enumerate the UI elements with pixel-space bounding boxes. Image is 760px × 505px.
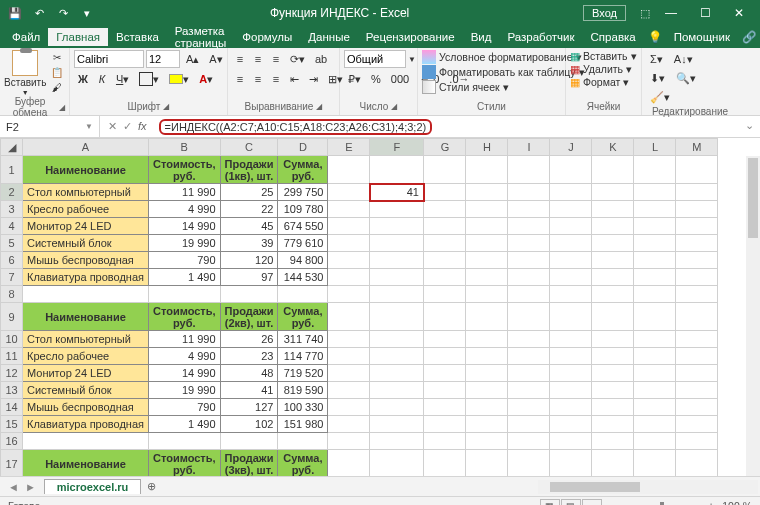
row-header[interactable]: 15 (1, 416, 23, 433)
cell[interactable]: Сумма, руб. (278, 303, 328, 331)
fill-color-button[interactable]: ▾ (165, 70, 193, 88)
cell[interactable] (508, 433, 550, 450)
col-header-I[interactable]: I (508, 139, 550, 156)
cell-styles-button[interactable]: Стили ячеек▾ (422, 80, 509, 94)
cell[interactable] (370, 252, 424, 269)
cell[interactable] (592, 184, 634, 201)
cell[interactable] (592, 433, 634, 450)
cell[interactable] (676, 269, 718, 286)
row-header[interactable]: 16 (1, 433, 23, 450)
cell[interactable] (550, 184, 592, 201)
cell[interactable] (328, 235, 370, 252)
cell[interactable] (466, 365, 508, 382)
cell[interactable] (424, 269, 466, 286)
cell[interactable]: 14 990 (149, 218, 221, 235)
cell[interactable] (466, 382, 508, 399)
cell[interactable]: 790 (149, 252, 221, 269)
bold-button[interactable]: Ж (74, 70, 92, 88)
cell[interactable] (550, 252, 592, 269)
cell[interactable]: 819 590 (278, 382, 328, 399)
cell[interactable] (424, 450, 466, 477)
cell[interactable] (676, 235, 718, 252)
cell[interactable] (370, 365, 424, 382)
cell[interactable] (508, 348, 550, 365)
col-header-J[interactable]: J (550, 139, 592, 156)
cell[interactable] (328, 450, 370, 477)
cell[interactable] (676, 184, 718, 201)
cell[interactable] (508, 286, 550, 303)
cell[interactable]: 127 (220, 399, 278, 416)
cell[interactable] (424, 365, 466, 382)
cell[interactable] (370, 416, 424, 433)
cell[interactable] (370, 156, 424, 184)
cell[interactable]: 719 520 (278, 365, 328, 382)
tell-me-icon[interactable]: 💡 (644, 30, 666, 44)
redo-icon[interactable]: ↷ (54, 4, 72, 22)
tab-insert[interactable]: Вставка (108, 28, 167, 46)
cell[interactable] (634, 235, 676, 252)
cell[interactable] (634, 303, 676, 331)
cell[interactable] (370, 218, 424, 235)
cell[interactable]: 26 (220, 331, 278, 348)
cell[interactable] (508, 201, 550, 218)
tab-view[interactable]: Вид (463, 28, 500, 46)
autosum-icon[interactable]: Σ▾ (646, 50, 667, 68)
cell[interactable] (466, 184, 508, 201)
cell[interactable] (676, 218, 718, 235)
cell[interactable]: Системный блок (23, 382, 149, 399)
cell[interactable] (328, 269, 370, 286)
cell[interactable] (424, 235, 466, 252)
align-launcher-icon[interactable]: ◢ (316, 102, 322, 111)
cell[interactable] (370, 433, 424, 450)
tab-help[interactable]: Справка (583, 28, 644, 46)
cell[interactable] (550, 235, 592, 252)
cell[interactable] (370, 303, 424, 331)
cell[interactable]: Системный блок (23, 235, 149, 252)
cell[interactable]: Сумма, руб. (278, 156, 328, 184)
col-header-D[interactable]: D (278, 139, 328, 156)
cell[interactable]: Стоимость, руб. (149, 303, 221, 331)
cell[interactable] (466, 286, 508, 303)
font-size-input[interactable] (146, 50, 180, 68)
cell[interactable] (634, 416, 676, 433)
cell[interactable]: Монитор 24 LED (23, 218, 149, 235)
cell[interactable]: 14 990 (149, 365, 221, 382)
cell[interactable]: 120 (220, 252, 278, 269)
format-painter-icon[interactable]: 🖌 (50, 80, 64, 94)
zoom-in-icon[interactable]: + (708, 500, 714, 505)
add-sheet-icon[interactable]: ⊕ (141, 480, 162, 493)
tab-data[interactable]: Данные (300, 28, 358, 46)
cell[interactable] (592, 201, 634, 218)
cell[interactable]: 19 990 (149, 382, 221, 399)
cell[interactable]: 19 990 (149, 235, 221, 252)
cell[interactable] (592, 156, 634, 184)
cell[interactable] (676, 252, 718, 269)
ribbon-options-icon[interactable]: ⬚ (640, 7, 650, 20)
cell[interactable] (23, 286, 149, 303)
cell[interactable] (466, 269, 508, 286)
cell[interactable] (424, 399, 466, 416)
cell[interactable] (370, 269, 424, 286)
italic-button[interactable]: К (94, 70, 110, 88)
cell[interactable] (634, 382, 676, 399)
number-format-select[interactable] (344, 50, 406, 68)
cell[interactable]: Стол компьютерный (23, 331, 149, 348)
cell[interactable] (424, 348, 466, 365)
cell[interactable] (370, 450, 424, 477)
cell[interactable]: Продажи (1кв), шт. (220, 156, 278, 184)
zoom-level[interactable]: 100 % (722, 500, 752, 505)
cell[interactable] (676, 433, 718, 450)
tab-scroll-left-icon[interactable]: ◄ (8, 481, 19, 493)
cell[interactable] (676, 348, 718, 365)
cell[interactable] (508, 235, 550, 252)
col-header-B[interactable]: B (149, 139, 221, 156)
cell[interactable]: Продажи (2кв), шт. (220, 303, 278, 331)
cell[interactable] (550, 348, 592, 365)
tell-me-label[interactable]: Помощник (670, 31, 734, 43)
cell[interactable] (370, 235, 424, 252)
cell[interactable] (466, 218, 508, 235)
row-header[interactable]: 14 (1, 399, 23, 416)
qat-more-icon[interactable]: ▾ (78, 4, 96, 22)
cell[interactable] (328, 156, 370, 184)
worksheet-area[interactable]: ◢ A B C D E F G H I J K L M 1 Наименован… (0, 138, 760, 476)
